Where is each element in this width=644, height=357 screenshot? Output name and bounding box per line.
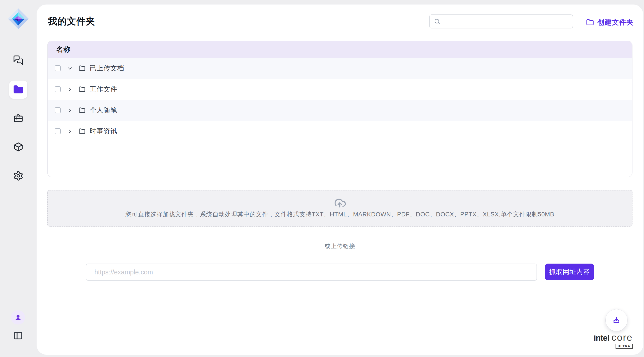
table-row[interactable]: 个人随笔 [48,100,632,121]
download-button[interactable] [606,309,627,331]
panel-toggle-icon [13,331,23,341]
folder-icon [79,65,85,71]
row-checkbox[interactable] [55,128,61,134]
sidebar-item-folders[interactable] [9,80,27,99]
page-title: 我的文件夹 [48,16,95,27]
sidebar-item-toolbox[interactable] [9,109,27,127]
table-row[interactable]: 工作文件 [48,79,632,100]
row-checkbox[interactable] [55,86,61,92]
folder-icon [79,128,85,134]
sidebar-item-models[interactable] [9,138,27,156]
search-icon [434,18,440,25]
folder-name: 时事资讯 [90,127,117,136]
table-header: 名称 [48,41,632,58]
intel-core-wordmark: intel core [594,332,633,343]
search-box [429,14,573,28]
create-folder-label: 创建文件夹 [598,17,634,27]
create-folder-button[interactable]: 创建文件夹 [586,17,634,27]
sidebar [0,0,36,357]
core-logo-text: core [612,332,633,343]
app-logo [7,7,30,30]
chevron-right-icon[interactable] [67,128,73,134]
user-avatar[interactable] [11,310,25,325]
download-icon [612,315,622,325]
user-avatar-icon [14,313,22,322]
fetch-url-button[interactable]: 抓取网址内容 [545,264,594,280]
upload-dropzone[interactable]: 您可直接选择加载文件夹，系统自动处理其中的文件，文件格式支持TXT、HTML、M… [47,190,632,227]
chat-icon [13,55,24,65]
ultra-badge: ULTRA [616,344,633,349]
intel-core-ultra-logo: intel core ULTRA [594,332,633,349]
cloud-upload-icon [333,196,346,209]
chevron-right-icon[interactable] [67,107,73,113]
or-upload-link-label: 或上传链接 [36,242,643,250]
url-input[interactable] [86,264,537,281]
folder-icon [79,86,85,92]
folder-icon [79,107,85,113]
cube-icon [13,142,24,152]
folder-name: 已上传文档 [90,64,124,73]
folder-table: 名称 已上传文档 工作文件 [47,41,632,177]
gear-icon [13,171,24,181]
folder-icon [13,84,24,95]
table-row[interactable]: 时事资讯 [48,121,632,142]
search-input[interactable] [444,18,568,25]
row-checkbox[interactable] [55,107,61,113]
table-row[interactable]: 已上传文档 [48,58,632,79]
diamond-logo-icon [7,7,30,30]
folder-name: 工作文件 [90,85,117,94]
upload-hint-text: 您可直接选择加载文件夹，系统自动处理其中的文件，文件格式支持TXT、HTML、M… [125,210,554,218]
chevron-down-icon[interactable] [67,65,73,71]
column-header-name: 名称 [56,45,71,54]
sidebar-item-chat[interactable] [9,51,27,69]
sidebar-collapse-button[interactable] [13,331,23,341]
toolbox-icon [13,113,24,123]
row-checkbox[interactable] [55,65,61,71]
chevron-right-icon[interactable] [67,86,73,92]
folder-name: 个人随笔 [90,106,117,115]
intel-logo-text: intel [594,333,609,343]
sidebar-item-settings[interactable] [9,167,27,185]
folder-plus-icon [586,18,594,26]
main-panel: 我的文件夹 创建文件夹 名称 已上 [36,4,643,355]
